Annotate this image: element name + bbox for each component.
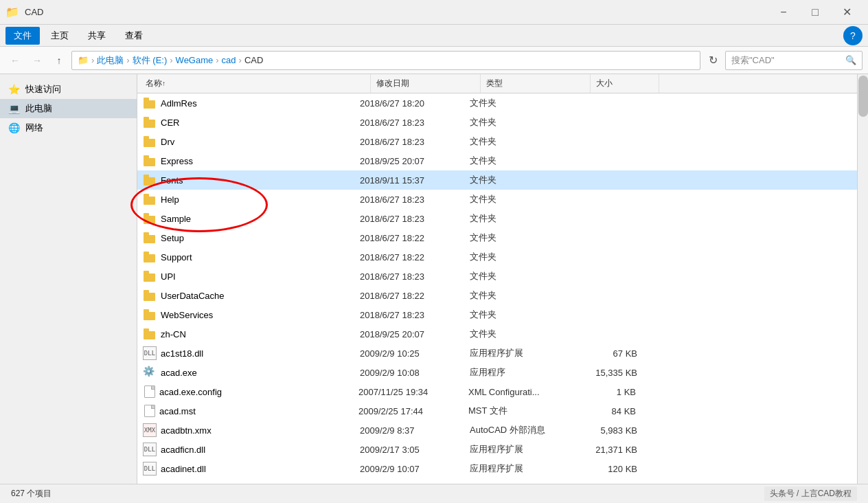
- table-row[interactable]: UPI 2018/6/27 18:23 文件夹: [137, 267, 857, 286]
- file-type: AutoCAD 外部消息: [470, 424, 580, 436]
- file-type: 文件夹: [470, 116, 580, 128]
- menu-item-share[interactable]: 共享: [80, 27, 114, 45]
- file-name: CER: [161, 118, 360, 128]
- refresh-button[interactable]: ↻: [703, 51, 722, 70]
- up-button[interactable]: ↑: [49, 51, 69, 70]
- table-row[interactable]: Fonts 2018/9/11 15:37 文件夹: [137, 170, 857, 190]
- item-count: 627 个项目: [11, 488, 52, 500]
- table-row[interactable]: Drv 2018/6/27 18:23 文件夹: [137, 132, 857, 151]
- file-type: 应用程序扩展: [470, 462, 580, 475]
- table-row[interactable]: DLL acadinet.dll 2009/2/9 10:07 应用程序扩展 1…: [137, 459, 857, 478]
- column-headers: 名称 修改日期 类型 大小: [137, 74, 857, 93]
- table-row[interactable]: WebServices 2018/6/27 18:23 文件夹: [137, 305, 857, 324]
- table-row[interactable]: DLL acadficn.dll 2009/2/17 3:05 应用程序扩展 2…: [137, 440, 857, 459]
- file-date: 2018/6/27 18:22: [360, 291, 470, 301]
- watermark: 头条号 / 上言CAD教程: [764, 487, 857, 501]
- table-row[interactable]: Express 2018/9/25 20:07 文件夹: [137, 151, 857, 170]
- file-date: 2018/6/27 18:23: [360, 194, 470, 205]
- close-button[interactable]: ✕: [831, 0, 863, 25]
- file-type: 文件夹: [470, 289, 580, 302]
- back-button[interactable]: ←: [5, 51, 25, 70]
- file-list: AdlmRes 2018/6/27 18:20 文件夹 CER 2018/6/2…: [137, 93, 857, 484]
- file-type: 文件夹: [470, 309, 580, 321]
- file-date: 2009/2/9 10:07: [360, 464, 470, 474]
- file-icon: [144, 385, 155, 398]
- forward-button[interactable]: →: [27, 51, 47, 70]
- file-date: 2018/6/27 18:20: [360, 98, 470, 109]
- table-row[interactable]: acad.mst 2009/2/25 17:44 MST 文件 84 KB: [137, 401, 857, 421]
- table-row[interactable]: ⚙️ acad.exe 2009/2/9 10:08 应用程序 15,335 K…: [137, 363, 857, 382]
- file-date: 2007/11/25 19:34: [358, 387, 468, 397]
- breadcrumb-drive[interactable]: 软件 (E:): [133, 54, 168, 67]
- file-type: 应用程序扩展: [470, 443, 580, 456]
- sidebar-item-quickaccess[interactable]: ⭐ 快速访问: [0, 80, 137, 99]
- table-row[interactable]: acad.exe.config 2007/11/25 19:34 XML Con…: [137, 382, 857, 401]
- sidebar-item-network[interactable]: 🌐 网络: [0, 118, 137, 137]
- col-header-type[interactable]: 类型: [481, 74, 591, 93]
- restore-button[interactable]: □: [799, 0, 831, 25]
- sidebar: ⭐ 快速访问 💻 此电脑 🌐 网络: [0, 74, 137, 484]
- table-row[interactable]: AdlmRes 2018/6/27 18:20 文件夹: [137, 93, 857, 113]
- file-name: Drv: [161, 137, 360, 147]
- folder-icon: [143, 308, 157, 322]
- title-bar: 📁 CAD − □ ✕: [0, 0, 868, 25]
- file-size: 120 KB: [580, 464, 648, 474]
- file-size: 84 KB: [578, 406, 647, 416]
- file-size: 67 KB: [580, 348, 648, 359]
- table-row[interactable]: Help 2018/6/27 18:23 文件夹: [137, 190, 857, 209]
- folder-icon: [143, 269, 157, 283]
- breadcrumb-CAD: CAD: [244, 55, 263, 65]
- table-row[interactable]: Setup 2018/6/27 18:22 文件夹: [137, 228, 857, 247]
- file-name: Setup: [161, 233, 360, 243]
- sidebar-item-thispc[interactable]: 💻 此电脑: [0, 99, 137, 118]
- table-row[interactable]: DLL ac1st18.dll 2009/2/9 10:25 应用程序扩展 67…: [137, 344, 857, 363]
- folder-icon: [143, 96, 157, 110]
- sidebar-label-quickaccess: 快速访问: [25, 83, 61, 96]
- search-icon: 🔍: [845, 55, 856, 65]
- col-header-size[interactable]: 大小: [591, 74, 659, 93]
- file-date: 2018/9/11 15:37: [360, 175, 470, 186]
- search-placeholder: 搜索"CAD": [731, 54, 775, 67]
- menu-item-home[interactable]: 主页: [43, 27, 77, 45]
- col-header-date[interactable]: 修改日期: [371, 74, 481, 93]
- file-name: WebServices: [161, 310, 360, 320]
- dll-icon: DLL: [143, 346, 157, 360]
- file-date: 2018/6/27 18:23: [360, 310, 470, 320]
- search-bar[interactable]: 搜索"CAD" 🔍: [725, 51, 863, 70]
- breadcrumb-cad[interactable]: cad: [222, 55, 236, 65]
- file-size: 5,983 KB: [580, 425, 648, 436]
- file-date: 2018/6/27 18:23: [360, 214, 470, 224]
- breadcrumb-wegame[interactable]: WeGame: [176, 55, 214, 65]
- file-date: 2018/9/25 20:07: [360, 329, 470, 339]
- file-name: acad.exe.config: [159, 387, 358, 397]
- table-row[interactable]: Sample 2018/6/27 18:23 文件夹: [137, 209, 857, 228]
- breadcrumb-bar[interactable]: 📁 › 此电脑 › 软件 (E:) › WeGame › cad › CAD: [71, 51, 700, 70]
- exe-icon: ⚙️: [143, 366, 157, 379]
- file-type: XML Configurati...: [468, 387, 578, 397]
- file-date: 2018/6/27 18:23: [360, 137, 470, 147]
- col-header-name[interactable]: 名称: [137, 74, 371, 93]
- menu-item-file[interactable]: 文件: [5, 27, 40, 45]
- scrollbar[interactable]: [857, 74, 868, 484]
- file-type: 文件夹: [470, 212, 580, 225]
- file-type: MST 文件: [468, 405, 578, 417]
- folder-icon: [143, 173, 157, 187]
- menu-item-view[interactable]: 查看: [117, 27, 151, 45]
- table-row[interactable]: zh-CN 2018/9/25 20:07 文件夹: [137, 324, 857, 344]
- sidebar-label-thispc: 此电脑: [25, 102, 52, 115]
- minimize-button[interactable]: −: [768, 0, 799, 25]
- help-button[interactable]: ?: [843, 26, 863, 45]
- content-area: 名称 修改日期 类型 大小 AdlmRes 2018/6/27 18:20 文件…: [137, 74, 857, 484]
- file-type: 应用程序扩展: [470, 347, 580, 359]
- breadcrumb-thispc[interactable]: 此电脑: [97, 54, 124, 67]
- dll-icon: DLL: [143, 443, 157, 456]
- scrollbar-thumb[interactable]: [858, 76, 868, 117]
- table-row[interactable]: XMX acadbtn.xmx 2009/2/9 8:37 AutoCAD 外部…: [137, 421, 857, 440]
- table-row[interactable]: CER 2018/6/27 18:23 文件夹: [137, 113, 857, 132]
- file-type: 文件夹: [470, 155, 580, 167]
- table-row[interactable]: UserDataCache 2018/6/27 18:22 文件夹: [137, 286, 857, 305]
- file-name: AdlmRes: [161, 98, 360, 109]
- menu-bar: 文件 主页 共享 查看 ?: [0, 25, 868, 47]
- file-name: Help: [161, 194, 360, 205]
- table-row[interactable]: Support 2018/6/27 18:22 文件夹: [137, 247, 857, 267]
